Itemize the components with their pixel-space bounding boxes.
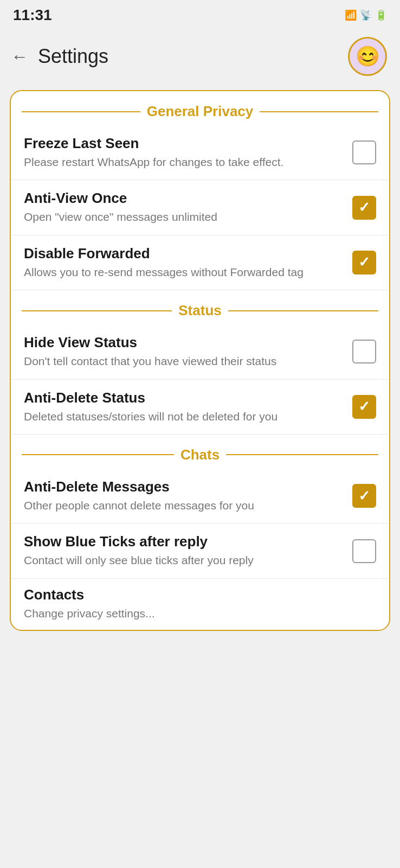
- checkbox-disable-forwarded[interactable]: [352, 251, 376, 275]
- back-button[interactable]: ←: [11, 47, 28, 67]
- checkbox-show-blue-ticks[interactable]: [352, 539, 376, 563]
- section-title-chats: Chats: [180, 446, 220, 463]
- item-title-anti-view-once: Anti-View Once: [24, 190, 341, 207]
- item-desc-anti-delete-messages: Other people cannot delete messages for …: [24, 497, 341, 513]
- item-text-show-blue-ticks: Show Blue Ticks after reply Contact will…: [24, 533, 352, 568]
- item-desc-anti-view-once: Open "view once" messages unlimited: [24, 209, 341, 225]
- contacts-title: Contacts: [24, 586, 376, 603]
- item-text-hide-view-status: Hide View Status Don't tell contact that…: [24, 334, 352, 369]
- item-title-anti-delete-status: Anti-Delete Status: [24, 390, 341, 406]
- item-text-anti-delete-messages: Anti-Delete Messages Other people cannot…: [24, 478, 352, 513]
- setting-freeze-last-seen[interactable]: Freeze Last Seen Please restart WhatsApp…: [11, 125, 389, 180]
- contacts-section: Contacts Change privacy settings...: [11, 579, 389, 624]
- section-line-status-left: [22, 310, 172, 311]
- item-title-disable-forwarded: Disable Forwarded: [24, 245, 341, 262]
- item-title-show-blue-ticks: Show Blue Ticks after reply: [24, 533, 341, 550]
- avatar-emoji: 😊: [356, 45, 380, 68]
- section-title-status: Status: [178, 302, 221, 319]
- signal-icon: 📡: [360, 9, 372, 21]
- setting-anti-delete-messages[interactable]: Anti-Delete Messages Other people cannot…: [11, 469, 389, 524]
- setting-anti-view-once[interactable]: Anti-View Once Open "view once" messages…: [11, 180, 389, 235]
- item-text-disable-forwarded: Disable Forwarded Allows you to re-send …: [24, 245, 352, 280]
- battery-icon: 🔋: [375, 9, 387, 21]
- item-text-anti-view-once: Anti-View Once Open "view once" messages…: [24, 190, 352, 225]
- section-line-right: [260, 111, 378, 112]
- item-text-anti-delete-status: Anti-Delete Status Deleted statuses/stor…: [24, 390, 352, 424]
- item-desc-hide-view-status: Don't tell contact that you have viewed …: [24, 353, 341, 369]
- status-icons: 📶 📡 🔋: [345, 9, 387, 21]
- checkbox-anti-view-once[interactable]: [352, 196, 376, 220]
- item-desc-freeze-last-seen: Please restart WhatsApp for changes to t…: [24, 154, 341, 170]
- item-desc-anti-delete-status: Deleted statuses/stories will not be del…: [24, 409, 341, 424]
- item-title-anti-delete-messages: Anti-Delete Messages: [24, 478, 341, 495]
- section-title-general-privacy: General Privacy: [147, 103, 254, 120]
- setting-anti-delete-status[interactable]: Anti-Delete Status Deleted statuses/stor…: [11, 380, 389, 435]
- status-time: 11:31: [13, 7, 52, 24]
- section-line-chats-left: [22, 454, 174, 455]
- section-header-chats: Chats: [11, 435, 389, 469]
- item-desc-disable-forwarded: Allows you to re-send messages without F…: [24, 264, 341, 280]
- status-bar: 11:31 📶 📡 🔋: [0, 0, 400, 28]
- item-text-freeze-last-seen: Freeze Last Seen Please restart WhatsApp…: [24, 135, 352, 170]
- checkbox-anti-delete-messages[interactable]: [352, 484, 376, 508]
- page-title: Settings: [38, 45, 108, 68]
- wifi-icon: 📶: [345, 9, 357, 21]
- item-title-freeze-last-seen: Freeze Last Seen: [24, 135, 341, 152]
- settings-card: General Privacy Freeze Last Seen Please …: [10, 90, 390, 631]
- checkbox-anti-delete-status[interactable]: [352, 395, 376, 419]
- setting-show-blue-ticks[interactable]: Show Blue Ticks after reply Contact will…: [11, 524, 389, 578]
- header-left: ← Settings: [11, 45, 108, 68]
- setting-hide-view-status[interactable]: Hide View Status Don't tell contact that…: [11, 324, 389, 379]
- item-title-hide-view-status: Hide View Status: [24, 334, 341, 351]
- section-header-status: Status: [11, 290, 389, 324]
- setting-disable-forwarded[interactable]: Disable Forwarded Allows you to re-send …: [11, 235, 389, 290]
- contacts-desc: Change privacy settings...: [24, 605, 376, 621]
- avatar[interactable]: 😊: [348, 37, 387, 76]
- section-line-status-right: [228, 310, 378, 311]
- item-desc-show-blue-ticks: Contact will only see blue ticks after y…: [24, 552, 341, 568]
- checkbox-hide-view-status[interactable]: [352, 340, 376, 363]
- section-header-general-privacy: General Privacy: [11, 91, 389, 125]
- section-line-left: [22, 111, 140, 112]
- section-line-chats-right: [226, 454, 378, 455]
- checkbox-freeze-last-seen[interactable]: [352, 141, 376, 164]
- header: ← Settings 😊: [0, 28, 400, 85]
